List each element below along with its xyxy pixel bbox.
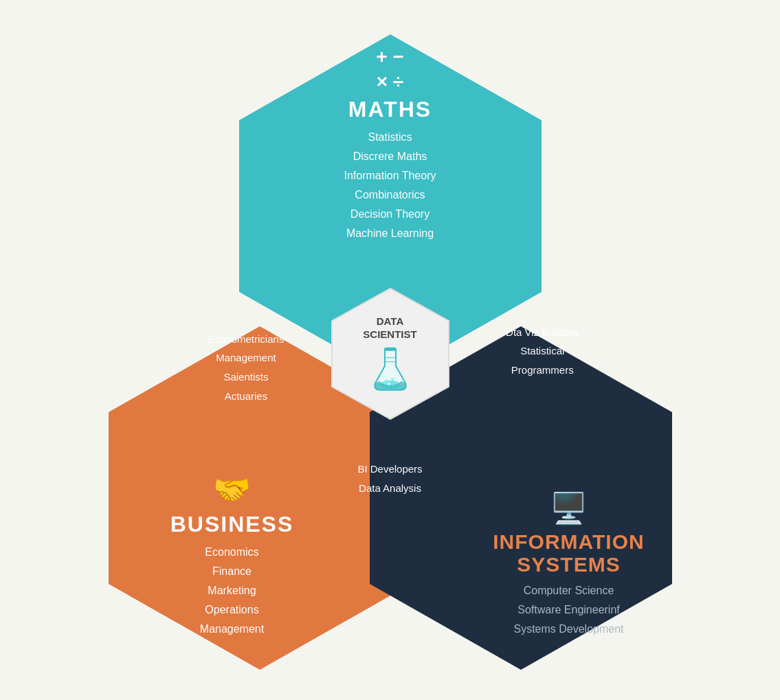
maths-icon: + −× ÷ <box>376 45 403 95</box>
svg-point-4 <box>388 382 390 385</box>
infosys-content: 🖥️ INFORMATIONSYSTEMS Computer ScienceSo… <box>473 490 665 639</box>
data-scientist-label: DATASCIENTIST <box>332 314 449 341</box>
beaker-icon <box>370 345 411 393</box>
overlap-left-text: EconometriciansManagementSaientistsActua… <box>208 330 285 406</box>
maths-title: MATHS <box>348 97 432 122</box>
svg-rect-0 <box>385 347 396 350</box>
business-title: BUSINESS <box>170 512 294 537</box>
maths-content: + −× ÷ MATHS StatisticsDiscrere MathsInf… <box>294 45 487 244</box>
business-content: 🤝 BUSINESS EconomicsFinanceMarketingOper… <box>136 472 328 639</box>
overlap-left-items: EconometriciansManagementSaientistsActua… <box>208 330 285 406</box>
business-icon: 🤝 <box>213 472 251 508</box>
center-content: DATASCIENTIST <box>332 314 449 396</box>
svg-point-2 <box>384 379 388 383</box>
svg-point-3 <box>391 377 394 380</box>
overlap-bottom-items: BI DevelopersData Analysis <box>357 460 422 498</box>
infosys-icon: 🖥️ <box>550 490 588 526</box>
overlap-bottom-text: BI DevelopersData Analysis <box>357 460 422 498</box>
infosys-title: INFORMATIONSYSTEMS <box>493 530 644 576</box>
overlap-right-text: Dta Viz BuildersStatisticalProgrammers <box>506 323 579 380</box>
diagram-container: + −× ÷ MATHS StatisticsDiscrere MathsInf… <box>81 21 700 680</box>
overlap-right-items: Dta Viz BuildersStatisticalProgrammers <box>506 323 579 380</box>
infosys-items: Computer ScienceSoftware EngineerinfSyst… <box>513 581 623 639</box>
maths-items: StatisticsDiscrere MathsInformation Theo… <box>344 128 436 243</box>
business-items: EconomicsFinanceMarketingOperationsManag… <box>200 543 264 639</box>
